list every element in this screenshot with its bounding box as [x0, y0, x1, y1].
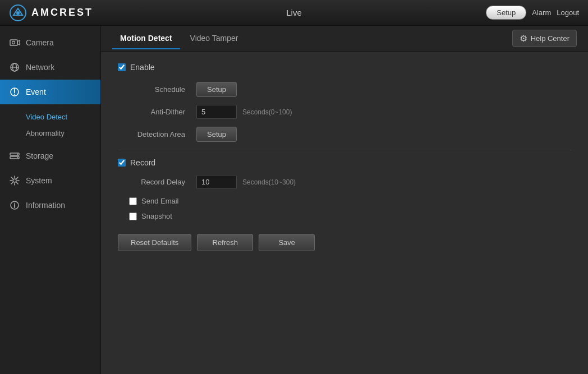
form-area: Enable Schedule Setup Anti-Dither Second…	[101, 52, 588, 262]
storage-icon	[9, 150, 20, 161]
sidebar-item-storage[interactable]: Storage	[0, 144, 100, 168]
svg-point-16	[14, 203, 15, 204]
live-label: Live	[286, 8, 302, 17]
setup-button[interactable]: Setup	[486, 6, 526, 20]
save-button[interactable]: Save	[259, 234, 315, 251]
logo: AMCREST	[9, 4, 93, 22]
record-row: Record	[118, 158, 571, 167]
sidebar-item-video-detect[interactable]: Video Detect	[0, 109, 100, 125]
anti-dither-input[interactable]	[196, 105, 237, 119]
svg-rect-2	[10, 40, 17, 45]
enable-row: Enable	[118, 63, 571, 72]
anti-dither-hint: Seconds(0~100)	[242, 108, 292, 116]
tabs-bar: Motion Detect Video Tamper ⚙ Help Center	[101, 26, 588, 52]
schedule-setup-button[interactable]: Setup	[196, 82, 237, 97]
camera-icon	[9, 37, 20, 48]
sidebar-item-system[interactable]: System	[0, 168, 100, 193]
sidebar: Camera Network Event Video Detect Ab	[0, 26, 101, 374]
sidebar-label-event: Event	[26, 87, 46, 96]
record-delay-label: Record Delay	[118, 178, 191, 186]
svg-point-11	[17, 154, 18, 155]
enable-checkbox[interactable]	[118, 63, 126, 71]
topbar: AMCREST Live Setup Alarm Logout	[0, 0, 588, 26]
sidebar-label-network: Network	[26, 63, 54, 72]
sidebar-item-network[interactable]: Network	[0, 55, 100, 80]
send-email-checkbox[interactable]	[129, 197, 137, 205]
topbar-right: Setup Alarm Logout	[486, 6, 579, 20]
divider	[118, 150, 571, 150]
info-icon	[9, 200, 20, 211]
record-delay-input[interactable]	[196, 175, 237, 189]
sidebar-label-abnormality: Abnormality	[26, 129, 65, 137]
system-icon	[9, 175, 20, 186]
sidebar-label-camera: Camera	[26, 38, 54, 47]
svg-point-3	[12, 41, 15, 44]
logout-link[interactable]: Logout	[557, 8, 579, 17]
anti-dither-row: Anti-Dither Seconds(0~100)	[118, 105, 571, 119]
svg-point-8	[14, 94, 15, 95]
svg-point-1	[16, 11, 20, 15]
record-checkbox[interactable]	[118, 159, 126, 167]
amcrest-logo-icon	[9, 4, 27, 22]
logo-text: AMCREST	[31, 7, 93, 19]
enable-label[interactable]: Enable	[130, 63, 155, 72]
network-icon	[9, 62, 20, 73]
tab-video-tamper[interactable]: Video Tamper	[182, 28, 246, 49]
sidebar-label-video-detect: Video Detect	[26, 113, 67, 121]
refresh-button[interactable]: Refresh	[197, 234, 253, 251]
help-icon: ⚙	[520, 33, 527, 44]
topbar-center: Live	[286, 8, 302, 17]
help-center-label: Help Center	[531, 34, 569, 43]
sidebar-sub-event: Video Detect Abnormality	[0, 104, 100, 144]
sidebar-label-storage: Storage	[26, 151, 53, 160]
sidebar-item-event[interactable]: Event	[0, 80, 100, 104]
snapshot-row: Snapshot	[129, 212, 571, 220]
sidebar-item-camera[interactable]: Camera	[0, 30, 100, 55]
svg-point-12	[17, 157, 18, 158]
help-center-button[interactable]: ⚙ Help Center	[512, 30, 577, 47]
sidebar-label-information: Information	[26, 201, 65, 210]
alarm-link[interactable]: Alarm	[532, 8, 551, 17]
send-email-row: Send Email	[129, 197, 571, 205]
send-email-label[interactable]: Send Email	[141, 197, 178, 205]
sidebar-label-system: System	[26, 176, 52, 185]
detection-area-label: Detection Area	[118, 130, 191, 138]
schedule-row: Schedule Setup	[118, 82, 571, 97]
snapshot-label[interactable]: Snapshot	[141, 212, 172, 220]
snapshot-checkbox[interactable]	[129, 213, 137, 220]
record-label[interactable]: Record	[130, 158, 155, 167]
detection-area-row: Detection Area Setup	[118, 127, 571, 142]
main-layout: Camera Network Event Video Detect Ab	[0, 26, 588, 374]
svg-point-13	[13, 179, 16, 182]
anti-dither-label: Anti-Dither	[118, 108, 191, 116]
event-icon	[9, 86, 20, 98]
action-buttons: Reset Defaults Refresh Save	[118, 234, 571, 251]
schedule-label: Schedule	[118, 85, 191, 94]
content: Motion Detect Video Tamper ⚙ Help Center…	[101, 26, 588, 374]
record-delay-hint: Seconds(10~300)	[242, 178, 296, 186]
panel: Motion Detect Video Tamper ⚙ Help Center…	[101, 26, 588, 374]
sidebar-item-abnormality[interactable]: Abnormality	[0, 125, 100, 141]
tab-motion-detect[interactable]: Motion Detect	[112, 28, 180, 49]
reset-defaults-button[interactable]: Reset Defaults	[118, 234, 191, 251]
sidebar-item-information[interactable]: Information	[0, 193, 100, 218]
detection-area-setup-button[interactable]: Setup	[196, 127, 237, 142]
record-delay-row: Record Delay Seconds(10~300)	[118, 175, 571, 189]
